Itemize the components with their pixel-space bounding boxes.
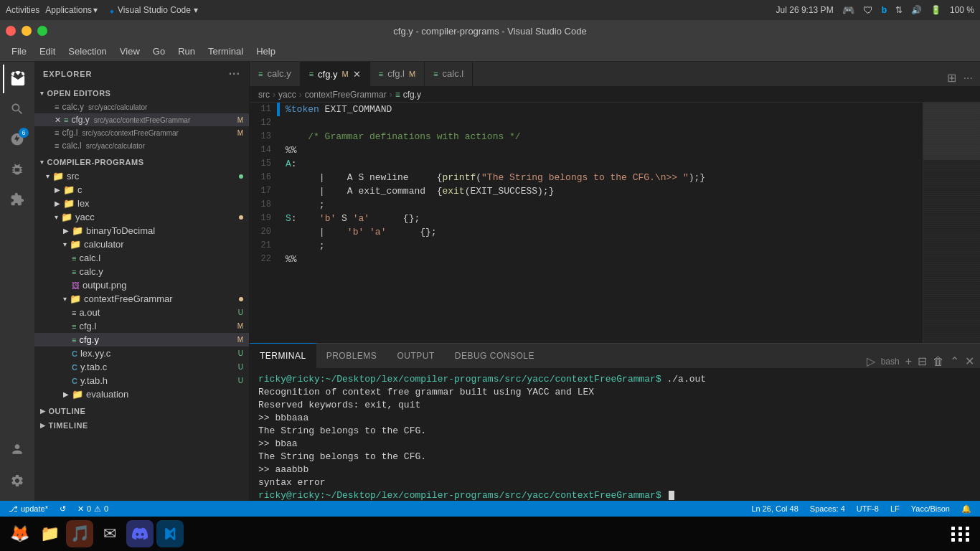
activity-search[interactable] xyxy=(3,95,32,123)
eval-chevron: ▶ xyxy=(63,390,69,398)
tab-problems[interactable]: Problems xyxy=(316,343,387,368)
calcl-icon: ≡ xyxy=(72,254,76,263)
tree-calcy[interactable]: ≡ calc.y xyxy=(34,265,249,278)
terminal-content[interactable]: ricky@ricky:~/Desktop/lex/compiler-progr… xyxy=(250,369,980,501)
activity-account[interactable] xyxy=(3,435,32,463)
tree-ytabh[interactable]: C y.tab.h U xyxy=(34,374,249,387)
apps-grid-button[interactable] xyxy=(947,520,974,547)
taskbar-files[interactable]: 📁 xyxy=(36,520,63,547)
activity-debug[interactable] xyxy=(3,155,32,184)
code-content[interactable]: %token EXIT_COMMAND /* Grammar definatio… xyxy=(280,103,923,343)
notifications-icon[interactable]: 🔔 xyxy=(958,504,974,514)
taskbar-discord[interactable] xyxy=(126,520,154,547)
menu-selection[interactable]: Selection xyxy=(62,43,112,60)
tab-calc-l[interactable]: ≡ calc.l xyxy=(425,62,473,86)
tab-cfgy-close[interactable]: ✕ xyxy=(353,69,361,80)
calc-folder-chevron: ▾ xyxy=(63,240,67,248)
activity-extensions[interactable] xyxy=(3,185,32,214)
status-sync[interactable]: ↺ xyxy=(57,504,69,514)
bing-tray[interactable]: b xyxy=(882,5,887,15)
activity-scm[interactable]: 6 xyxy=(3,125,32,154)
discord-tray[interactable]: 🎮 xyxy=(842,4,854,16)
terminal-kill-btn[interactable]: 🗑 xyxy=(933,355,944,368)
tab-debug-console[interactable]: Debug Console xyxy=(445,343,545,368)
tree-evaluation[interactable]: ▶ 📁 evaluation xyxy=(34,387,249,401)
taskbar-mail[interactable]: ✉ xyxy=(96,520,123,547)
taskbar-vscode[interactable] xyxy=(156,520,184,547)
network-tray[interactable]: ⇅ xyxy=(895,5,903,15)
tree-yacc[interactable]: ▾ 📁 yacc xyxy=(34,210,249,224)
tree-cfgl[interactable]: ≡ cfg.l M xyxy=(34,319,249,333)
tree-binaryToDecimal[interactable]: ▶ 📁 binaryToDecimal xyxy=(34,224,249,237)
battery-tray[interactable]: 🔋 xyxy=(930,5,941,15)
maximize-button[interactable] xyxy=(37,26,47,36)
taskbar-firefox[interactable]: 🦊 xyxy=(6,520,33,547)
tab-cfg-y[interactable]: ≡ cfg.y M ✕ xyxy=(301,62,370,86)
cfg-y-close-icon[interactable]: ✕ xyxy=(55,116,61,125)
cursor-position[interactable]: Ln 26, Col 48 xyxy=(748,504,801,513)
open-editor-cfg-y[interactable]: ✕ ≡ cfg.y src/yacc/contextFreeGrammar M xyxy=(34,113,249,126)
menu-edit[interactable]: Edit xyxy=(34,43,61,60)
outline-section-header[interactable]: ▶ Outline xyxy=(34,404,249,418)
shield-tray[interactable]: 🛡 xyxy=(863,4,873,16)
activity-settings[interactable] xyxy=(3,466,32,495)
tree-lexyy[interactable]: C lex.yy.c U xyxy=(34,347,249,360)
terminal-maximize-btn[interactable]: ⌃ xyxy=(950,354,959,368)
menu-terminal[interactable]: Terminal xyxy=(202,43,249,60)
audio-tray[interactable]: 🔊 xyxy=(911,5,922,15)
status-errors[interactable]: ✕ 0 ⚠ 0 xyxy=(75,504,111,514)
terminal-new-btn[interactable]: ▷ xyxy=(867,354,875,368)
breadcrumb-yacc[interactable]: yacc xyxy=(278,90,296,100)
close-button[interactable]: ✕ xyxy=(6,26,16,36)
status-branch[interactable]: ⎇ update* xyxy=(6,504,51,514)
open-editor-calc-l[interactable]: ≡ calc.l src/yacc/calculator xyxy=(34,139,249,152)
breadcrumb-cfg-folder[interactable]: contextFreeGrammar xyxy=(305,90,387,100)
menu-go[interactable]: Go xyxy=(147,43,171,60)
tree-ytabc[interactable]: C y.tab.c U xyxy=(34,360,249,374)
menu-file[interactable]: File xyxy=(6,43,32,60)
tab-calc-y[interactable]: ≡ calc.y xyxy=(250,62,301,86)
minimap-viewport xyxy=(923,103,980,160)
window-controls[interactable]: ✕ xyxy=(6,26,47,36)
open-editor-calc-y[interactable]: ≡ calc.y src/yacc/calculator xyxy=(34,100,249,113)
vscode-topbar-label[interactable]: ⬥ Visual Studio Code ▾ xyxy=(109,5,198,16)
tree-output-png[interactable]: 🖼 output.png xyxy=(34,278,249,292)
split-editor-button[interactable]: ⊞ xyxy=(946,70,958,86)
tree-c[interactable]: ▶ 📁 c xyxy=(34,183,249,197)
activity-explorer[interactable] xyxy=(3,65,32,93)
menu-run[interactable]: Run xyxy=(172,43,201,60)
tree-calcl[interactable]: ≡ calc.l xyxy=(34,251,249,265)
sidebar-more-actions[interactable]: ··· xyxy=(229,67,240,80)
menu-help[interactable]: Help xyxy=(250,43,281,60)
activities-button[interactable]: Activities xyxy=(6,5,39,15)
menu-view[interactable]: View xyxy=(114,43,146,60)
tree-cfgy[interactable]: ≡ cfg.y M xyxy=(34,333,249,347)
encoding[interactable]: UTF-8 xyxy=(854,504,882,513)
terminal-split-btn[interactable]: ⊟ xyxy=(918,354,927,368)
tree-aout[interactable]: ≡ a.out U xyxy=(34,306,249,319)
timeline-section-header[interactable]: ▶ Timeline xyxy=(34,418,249,433)
tab-terminal[interactable]: Terminal xyxy=(250,343,316,368)
breadcrumb-src[interactable]: src xyxy=(258,90,270,100)
line-number-11: 11 xyxy=(250,103,277,116)
status-right: Ln 26, Col 48 Spaces: 4 UTF-8 LF Yacc/Bi… xyxy=(748,504,974,514)
minimize-button[interactable] xyxy=(22,26,32,36)
tree-src[interactable]: ▾ 📁 src xyxy=(34,169,249,183)
tab-output[interactable]: Output xyxy=(387,343,444,368)
more-editors-button[interactable]: ··· xyxy=(962,70,974,86)
compiler-programs-section-header[interactable]: ▾ Compiler-Programs xyxy=(34,155,249,169)
tab-cfg-l[interactable]: ≡ cfg.l M xyxy=(370,62,425,86)
breadcrumb-file[interactable]: cfg.y xyxy=(403,90,421,100)
open-editors-section-header[interactable]: ▾ Open Editors xyxy=(34,86,249,100)
terminal-close-btn[interactable]: ✕ xyxy=(965,354,974,368)
tree-cfg-folder[interactable]: ▾ 📁 contextFreeGrammar xyxy=(34,292,249,306)
tree-calculator[interactable]: ▾ 📁 calculator xyxy=(34,237,249,251)
spaces[interactable]: Spaces: 4 xyxy=(807,504,848,513)
language-mode[interactable]: Yacc/Bison xyxy=(908,504,953,513)
terminal-add-btn[interactable]: + xyxy=(905,355,912,368)
eol[interactable]: LF xyxy=(887,504,903,513)
taskbar-rhythmbox[interactable]: 🎵 xyxy=(66,520,93,547)
applications-button[interactable]: Applications xyxy=(45,5,92,15)
open-editor-cfg-l[interactable]: ≡ cfg.l src/yacc/contextFreeGrammar M xyxy=(34,126,249,139)
tree-lex[interactable]: ▶ 📁 lex xyxy=(34,197,249,210)
